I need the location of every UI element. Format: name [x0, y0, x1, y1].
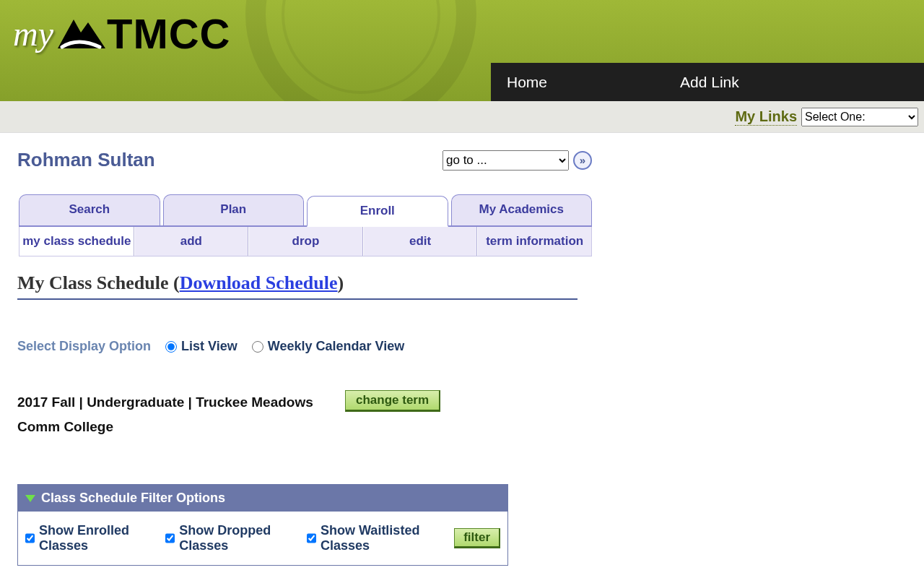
go-button[interactable]: »: [573, 151, 592, 170]
term-text: 2017 Fall | Undergraduate | Truckee Mead…: [17, 390, 313, 439]
page-title-prefix: My Class Schedule (: [17, 272, 180, 293]
page-title-suffix: ): [338, 272, 344, 293]
radio-list-view-label[interactable]: List View: [165, 339, 237, 354]
student-name: Rohman Sultan: [17, 149, 155, 171]
tab-plan[interactable]: Plan: [163, 194, 305, 225]
logo-my: my: [13, 17, 53, 51]
goto-select[interactable]: go to ...: [443, 150, 569, 171]
banner: my TMCC Home Add Link: [0, 0, 924, 101]
chk-waitlisted[interactable]: [307, 532, 316, 544]
filter-panel: Class Schedule Filter Options Show Enrol…: [17, 484, 508, 566]
chk-dropped[interactable]: [165, 532, 175, 544]
chk-waitlisted-text: Show Waitlisted Classes: [321, 523, 441, 553]
subtab-my-class-schedule[interactable]: my class schedule: [19, 227, 134, 256]
display-option-label: Select Display Option: [17, 339, 151, 354]
display-option-row: Select Display Option List View Weekly C…: [17, 339, 592, 354]
chk-dropped-text: Show Dropped Classes: [179, 523, 294, 553]
goto-wrap: go to ... »: [443, 150, 592, 171]
tab-my-academics[interactable]: My Academics: [451, 194, 593, 225]
subbar: My Links Select One:: [0, 101, 924, 133]
filter-panel-title: Class Schedule Filter Options: [41, 491, 225, 506]
filter-panel-header[interactable]: Class Schedule Filter Options: [18, 485, 507, 512]
nav-add-link[interactable]: Add Link: [664, 74, 755, 91]
collapse-triangle-icon: [25, 495, 35, 502]
chk-enrolled-label[interactable]: Show Enrolled Classes: [25, 523, 152, 553]
radio-weekly-view-label[interactable]: Weekly Calendar View: [252, 339, 404, 354]
subtab-drop[interactable]: drop: [248, 227, 363, 256]
download-schedule-link[interactable]: Download Schedule: [180, 272, 338, 293]
mylinks-label: My Links: [735, 108, 797, 126]
logo-tmcc: TMCC: [107, 13, 231, 55]
nav-home[interactable]: Home: [491, 74, 563, 91]
heading-rule: [17, 298, 578, 300]
radio-weekly-view[interactable]: [252, 341, 263, 353]
change-term-button[interactable]: change term: [345, 390, 440, 412]
mylinks-select[interactable]: Select One:: [801, 108, 918, 126]
tab-search[interactable]: Search: [19, 194, 160, 225]
mountain-icon: [56, 15, 107, 53]
student-row: Rohman Sultan go to ... »: [17, 149, 592, 171]
subtab-term-information[interactable]: term information: [477, 227, 591, 256]
term-row: 2017 Fall | Undergraduate | Truckee Mead…: [17, 390, 592, 439]
tab-enroll[interactable]: Enroll: [307, 196, 448, 227]
subtab-edit[interactable]: edit: [363, 227, 478, 256]
radio-list-view[interactable]: [165, 341, 177, 353]
secondary-tabs: my class schedule add drop edit term inf…: [19, 227, 592, 256]
top-nav: Home Add Link: [491, 63, 924, 101]
primary-tabs: Search Plan Enroll My Academics: [19, 194, 592, 227]
filter-button[interactable]: filter: [454, 528, 500, 548]
page-title: My Class Schedule (Download Schedule): [17, 272, 592, 294]
main-content: Rohman Sultan go to ... » Search Plan En…: [0, 133, 592, 578]
radio-weekly-view-text: Weekly Calendar View: [268, 339, 404, 354]
chk-enrolled-text: Show Enrolled Classes: [39, 523, 152, 553]
filter-panel-body: Show Enrolled Classes Show Dropped Class…: [18, 512, 507, 565]
site-logo[interactable]: my TMCC: [13, 13, 230, 55]
radio-list-view-text: List View: [181, 339, 237, 354]
chk-enrolled[interactable]: [25, 532, 35, 544]
subtab-add[interactable]: add: [134, 227, 249, 256]
chk-waitlisted-label[interactable]: Show Waitlisted Classes: [307, 523, 441, 553]
chk-dropped-label[interactable]: Show Dropped Classes: [165, 523, 294, 553]
